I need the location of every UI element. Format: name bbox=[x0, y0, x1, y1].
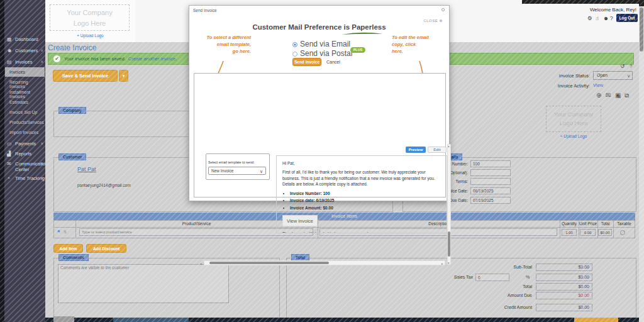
submenu-item-estimates[interactable]: Estimates bbox=[9, 100, 45, 104]
unit-price-field[interactable]: 0.00 bbox=[580, 229, 596, 236]
invoice-activity-view-link[interactable]: View bbox=[593, 82, 603, 88]
scrollbar-thumb[interactable] bbox=[448, 231, 450, 257]
scrollbar-thumb[interactable] bbox=[640, 8, 643, 52]
sidebar-item-label: Payments bbox=[15, 141, 36, 147]
comments-textarea[interactable] bbox=[58, 264, 229, 303]
page-scrollbar[interactable] bbox=[639, 0, 644, 322]
sidebar-item-reports[interactable]: ▟ Reports bbox=[7, 151, 45, 157]
annotation-right: To edit the email copy, click here. bbox=[392, 34, 436, 55]
scroll-up-icon[interactable]: ▴ bbox=[448, 144, 450, 148]
sales-tax-rate-input[interactable] bbox=[475, 274, 509, 281]
modal-heading: Customer Mail Preference is Paperless bbox=[189, 23, 449, 31]
upload-logo-link[interactable]: + Upload Logo bbox=[546, 134, 601, 138]
reports-icon: ▟ bbox=[7, 151, 13, 157]
customers-icon: ☻ bbox=[7, 48, 13, 53]
customer-tab: Customer bbox=[58, 153, 86, 160]
submenu-item-import-invoices[interactable]: Import Invoices bbox=[9, 130, 45, 135]
close-button[interactable]: CLOSE ⊗ bbox=[423, 18, 443, 23]
send-invoice-button[interactable]: Send Invoice bbox=[292, 58, 321, 66]
undo-icon[interactable]: ↺ bbox=[620, 63, 625, 69]
help-icon[interactable]: ? bbox=[630, 64, 632, 69]
col-quantity: Quantity bbox=[560, 221, 579, 226]
print-icon[interactable]: ▣ bbox=[615, 92, 621, 99]
company-logo-placeholder[interactable]: Your Company Logo Here bbox=[50, 4, 130, 31]
cancel-link[interactable]: Cancel bbox=[326, 60, 340, 64]
send-via-postal-radio[interactable] bbox=[292, 52, 297, 57]
view-invoice-button[interactable]: View Invoice bbox=[282, 215, 318, 226]
submenu-item-recurring-invoices[interactable]: Recurring Invoices bbox=[9, 80, 45, 89]
annotation-line: To edit the email bbox=[392, 34, 436, 41]
sidebar-item-label: Invoices bbox=[15, 59, 33, 65]
quantity-field[interactable]: 1.00 bbox=[562, 229, 577, 236]
submenu-item-invoices[interactable]: Invoices bbox=[9, 70, 45, 74]
delete-row-icon[interactable]: × bbox=[57, 228, 60, 234]
credit-amount-value: $0.00 bbox=[536, 304, 592, 311]
annotation-line: email template, bbox=[201, 41, 251, 48]
page-title: Create Invoice bbox=[48, 43, 96, 52]
send-via-email-radio[interactable] bbox=[292, 42, 297, 47]
submenu-item-invoice-set-up[interactable]: Invoice Set Up bbox=[9, 110, 45, 114]
logout-button[interactable]: Log Out bbox=[616, 14, 638, 22]
invoice-logo-placeholder[interactable]: Your Company Logo Here bbox=[546, 106, 601, 132]
logo-text-line1: Your Company bbox=[50, 8, 129, 18]
chevron-down-icon: ∨ bbox=[41, 141, 43, 145]
customer-name-link[interactable]: Pat Pat bbox=[77, 166, 96, 172]
submenu-item-products-services[interactable]: Products/Services bbox=[9, 120, 45, 125]
company-logo-panel: Your Company Logo Here + Upload Logo bbox=[45, 0, 135, 42]
sidebar-item-invoices[interactable]: ▤ Invoices ∧ bbox=[7, 59, 45, 65]
sales-tax-value: $0.00 bbox=[536, 274, 592, 281]
invoice-status-select[interactable]: Open ∨ bbox=[593, 71, 633, 80]
chevron-up-icon: ∧ bbox=[41, 59, 43, 64]
submenu-item-installment-invoices[interactable]: Installment Invoices bbox=[9, 90, 45, 99]
email-template-select[interactable]: New Invoice ∨ bbox=[208, 167, 266, 175]
subtotal-value: $0.00 bbox=[536, 264, 592, 271]
gear-icon[interactable]: ⚙ bbox=[587, 15, 592, 21]
drag-row-icon[interactable]: ⇅ bbox=[64, 230, 67, 234]
save-send-dropdown-button[interactable]: ▾ bbox=[119, 70, 128, 82]
comments-tab: Comments bbox=[58, 254, 89, 261]
banner-text: Your invoice has been saved. bbox=[64, 56, 126, 62]
sidebar-item-dashboard[interactable]: ▦ Dashboard bbox=[7, 36, 45, 42]
po-number-field[interactable] bbox=[470, 169, 511, 176]
col-total: Total bbox=[597, 221, 613, 226]
mail-icon[interactable]: ✉ bbox=[606, 92, 611, 99]
horizontal-scrollbar[interactable] bbox=[204, 260, 445, 265]
scroll-right-icon[interactable]: ▸ bbox=[441, 262, 443, 265]
edit-tab-button[interactable]: Edit bbox=[428, 147, 447, 153]
taxable-radio[interactable] bbox=[620, 230, 625, 235]
add-item-button[interactable]: Add Item bbox=[53, 244, 83, 253]
due-date-field[interactable]: 07/19/2025 bbox=[470, 197, 511, 204]
invoice-date-field[interactable]: 06/19/2025 bbox=[470, 187, 511, 194]
terms-field[interactable] bbox=[470, 178, 511, 185]
sidebar-item-payments[interactable]: ▭ Payments ∨ bbox=[7, 141, 45, 147]
devices-icon[interactable]: ⧉ bbox=[625, 92, 629, 99]
send-via-postal-label[interactable]: Send via Postal bbox=[300, 49, 352, 58]
sidebar-item-customers[interactable]: ☻ Customers ∨ bbox=[7, 48, 45, 53]
user-icon[interactable]: ☻ bbox=[603, 15, 609, 21]
scrollbar-thumb[interactable] bbox=[209, 262, 329, 264]
upload-logo-link[interactable]: + Upload Logo bbox=[45, 33, 135, 38]
bottom-fragment bbox=[113, 318, 189, 322]
scroll-down-icon[interactable]: ▾ bbox=[448, 261, 450, 265]
send-via-email-label[interactable]: Send via Email bbox=[300, 40, 350, 48]
annotation-line: here. bbox=[392, 48, 436, 55]
globe-icon[interactable]: ⊕ bbox=[596, 92, 601, 99]
scroll-left-icon[interactable]: ◂ bbox=[200, 262, 202, 265]
create-another-invoice-link[interactable]: Create another invoice. bbox=[128, 56, 177, 62]
credit-amount-label: Credit Amount bbox=[440, 305, 532, 309]
percent-sign: % bbox=[526, 275, 530, 279]
sales-tax-label: Sales Tax bbox=[444, 275, 473, 279]
vertical-scrollbar[interactable] bbox=[447, 144, 451, 265]
preview-tab-button[interactable]: Preview bbox=[406, 147, 426, 153]
thumbs-up-icon[interactable]: ☝ bbox=[596, 15, 599, 21]
sidebar-item-time-tracking[interactable]: ◔ Time Tracking ∨ bbox=[7, 175, 45, 181]
invoice-number-field[interactable]: 100 bbox=[470, 160, 511, 167]
add-discount-button[interactable]: Add Discount bbox=[86, 244, 126, 253]
annotation-line: go here. bbox=[201, 48, 251, 55]
company-tab: Company bbox=[58, 107, 86, 114]
pin-icon[interactable] bbox=[441, 8, 445, 11]
save-send-invoice-button[interactable]: Save & Send Invoice bbox=[53, 70, 118, 82]
green-brush-underline bbox=[340, 31, 384, 36]
help-icon[interactable]: ? bbox=[610, 15, 613, 21]
sidebar-item-communication-center[interactable]: ✉ Communication Center ∨ bbox=[7, 161, 45, 172]
